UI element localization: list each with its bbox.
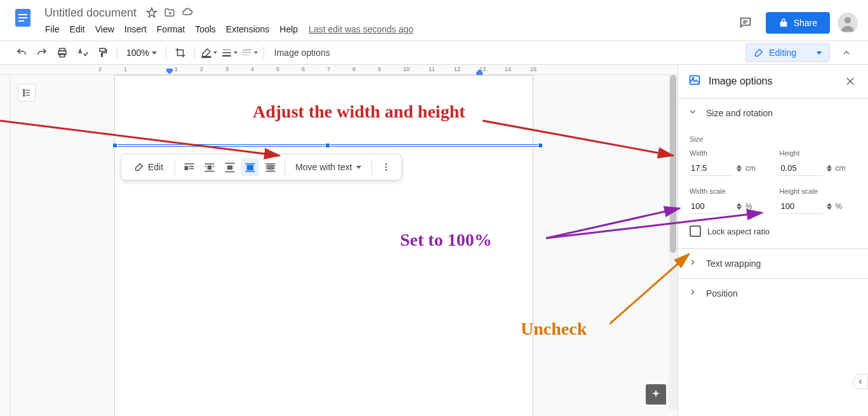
svg-rect-29 xyxy=(205,163,215,164)
svg-rect-40 xyxy=(246,168,255,169)
menu-help[interactable]: Help xyxy=(275,22,302,37)
menu-extensions[interactable]: Extensions xyxy=(222,22,274,37)
svg-rect-41 xyxy=(246,171,255,172)
cloud-status-icon[interactable] xyxy=(181,6,194,19)
print-icon[interactable] xyxy=(53,44,71,62)
comments-icon[interactable] xyxy=(733,10,758,36)
section-header-size-rotation[interactable]: Size and rotation xyxy=(678,98,868,128)
selected-image[interactable] xyxy=(115,144,540,147)
move-with-text-select[interactable]: Move with text xyxy=(290,159,366,175)
undo-icon[interactable] xyxy=(13,44,30,62)
menu-file[interactable]: File xyxy=(41,22,64,37)
menu-format[interactable]: Format xyxy=(152,22,189,37)
docs-app-icon[interactable] xyxy=(10,5,36,30)
svg-rect-30 xyxy=(208,166,212,170)
editing-mode-select[interactable]: Editing xyxy=(745,43,830,62)
account-avatar[interactable] xyxy=(838,13,858,33)
svg-rect-19 xyxy=(244,55,246,55)
section-header-text-wrapping[interactable]: Text wrapping xyxy=(678,249,868,278)
last-edit-link[interactable]: Last edit was seconds ago xyxy=(309,24,413,34)
height-input[interactable] xyxy=(780,161,823,176)
svg-rect-20 xyxy=(246,55,248,55)
svg-rect-12 xyxy=(222,52,231,53)
svg-rect-2 xyxy=(18,17,27,18)
resize-handle[interactable] xyxy=(325,143,330,148)
document-title[interactable]: Untitled document xyxy=(41,5,140,21)
border-dash-icon[interactable] xyxy=(241,44,258,62)
redo-icon[interactable] xyxy=(33,44,51,62)
lock-aspect-ratio-checkbox[interactable] xyxy=(690,225,701,237)
explore-icon[interactable] xyxy=(646,384,666,405)
menu-view[interactable]: View xyxy=(91,22,119,37)
width-stepper[interactable] xyxy=(737,164,742,172)
svg-rect-10 xyxy=(202,57,211,58)
svg-rect-21 xyxy=(248,55,250,55)
app-header: Untitled document File Edit View Insert … xyxy=(0,0,868,41)
svg-rect-15 xyxy=(243,52,244,53)
height-scale-label: Height scale xyxy=(780,187,857,195)
chevron-down-icon xyxy=(688,107,697,119)
panel-title: Image options xyxy=(709,76,835,87)
wrap-text-icon[interactable] xyxy=(201,158,218,176)
menu-insert[interactable]: Insert xyxy=(120,22,151,37)
svg-rect-36 xyxy=(225,171,235,173)
more-options-icon[interactable] xyxy=(377,158,395,176)
width-scale-input[interactable] xyxy=(690,199,733,214)
side-panel-toggle-icon[interactable] xyxy=(853,374,868,389)
document-canvas[interactable]: 21123456789101112131415 Edit M xyxy=(0,65,678,416)
zoom-select[interactable]: 100% xyxy=(123,45,161,60)
main-toolbar: 100% Image options Editing xyxy=(0,41,868,65)
svg-rect-31 xyxy=(205,166,207,167)
paint-format-icon[interactable] xyxy=(94,44,112,62)
height-scale-input[interactable] xyxy=(780,199,823,214)
wrap-behind-icon[interactable] xyxy=(241,158,259,176)
height-scale-stepper[interactable] xyxy=(827,203,832,210)
wrap-inline-icon[interactable] xyxy=(180,158,198,176)
svg-rect-46 xyxy=(266,171,276,172)
width-scale-label: Width scale xyxy=(690,187,767,195)
main-area: 21123456789101112131415 Edit M xyxy=(0,65,868,416)
svg-rect-24 xyxy=(23,95,25,96)
image-options-button[interactable]: Image options xyxy=(269,45,335,60)
border-weight-icon[interactable] xyxy=(220,44,238,62)
move-to-folder-icon[interactable] xyxy=(163,6,176,19)
svg-rect-44 xyxy=(266,166,276,167)
svg-rect-18 xyxy=(243,55,244,55)
resize-handle[interactable] xyxy=(112,143,117,148)
svg-rect-28 xyxy=(189,168,194,170)
share-button[interactable]: Share xyxy=(766,12,830,34)
width-input[interactable] xyxy=(690,161,733,176)
hide-menus-icon[interactable] xyxy=(838,44,855,62)
width-scale-stepper[interactable] xyxy=(737,203,742,210)
close-panel-icon[interactable] xyxy=(843,74,858,89)
star-icon[interactable] xyxy=(145,6,158,19)
svg-rect-25 xyxy=(185,163,194,164)
vertical-scrollbar[interactable] xyxy=(669,75,678,410)
edit-image-button[interactable]: Edit xyxy=(128,158,170,176)
resize-handle[interactable] xyxy=(538,143,543,148)
section-size-rotation: Size and rotation Size Width cm Height xyxy=(678,98,868,248)
svg-rect-16 xyxy=(246,52,248,53)
svg-rect-13 xyxy=(222,55,231,57)
scrollbar-thumb[interactable] xyxy=(670,75,676,253)
document-page[interactable] xyxy=(114,75,533,416)
title-area: Untitled document File Edit View Insert … xyxy=(41,5,733,37)
menu-edit[interactable]: Edit xyxy=(65,22,90,37)
svg-rect-9 xyxy=(100,48,105,51)
section-header-position[interactable]: Position xyxy=(678,279,868,308)
wrap-front-icon[interactable] xyxy=(262,158,279,176)
menu-tools[interactable]: Tools xyxy=(190,22,220,37)
border-color-icon[interactable] xyxy=(200,44,218,62)
height-stepper[interactable] xyxy=(827,164,832,172)
svg-rect-39 xyxy=(247,165,253,170)
vertical-ruler[interactable] xyxy=(0,75,10,416)
svg-point-51 xyxy=(692,77,694,79)
svg-rect-35 xyxy=(227,166,232,170)
spellcheck-icon[interactable] xyxy=(74,44,91,62)
crop-icon[interactable] xyxy=(171,44,189,62)
svg-rect-22 xyxy=(23,90,25,91)
wrap-break-icon[interactable] xyxy=(221,158,239,176)
image-icon xyxy=(688,74,701,89)
outline-toggle-icon[interactable] xyxy=(18,84,36,102)
horizontal-ruler[interactable]: 21123456789101112131415 xyxy=(0,65,678,75)
